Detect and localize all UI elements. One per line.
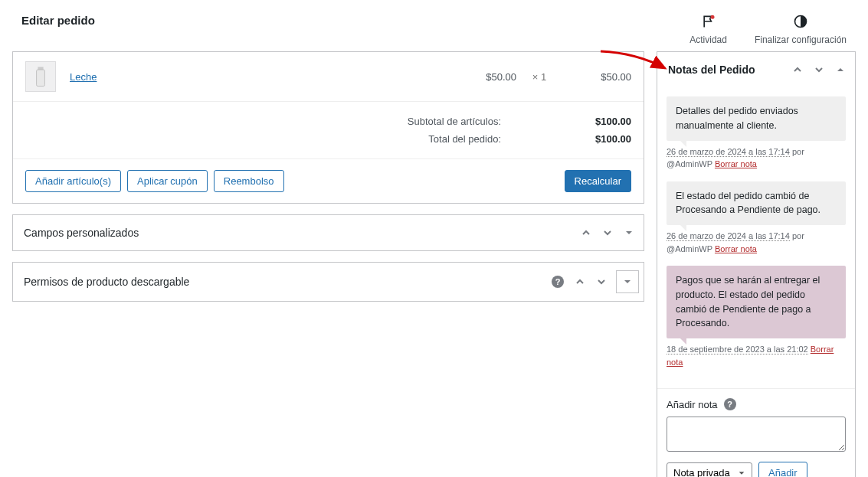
subtotal-label: Subtotal de artículos: bbox=[408, 116, 501, 127]
note-timestamp: 26 de marzo de 2024 a las 17:14 bbox=[667, 147, 790, 157]
order-note: Pagos que se harán al entregar el produc… bbox=[667, 266, 846, 338]
add-note-textarea[interactable] bbox=[667, 417, 846, 452]
help-icon[interactable]: ? bbox=[552, 276, 564, 288]
order-note-meta: 26 de marzo de 2024 a las 17:14 por @Adm… bbox=[667, 230, 846, 255]
order-total-label: Total del pedido: bbox=[428, 133, 501, 145]
finish-config-button[interactable]: Finalizar configuración bbox=[755, 14, 847, 45]
note-type-select[interactable]: Nota privada bbox=[667, 462, 752, 477]
refund-button[interactable]: Reembolso bbox=[214, 170, 284, 192]
order-note: Detalles del pedido enviados manualmente… bbox=[667, 96, 846, 141]
delete-note-link[interactable]: Borrar nota bbox=[715, 159, 757, 168]
order-total-value: $100.00 bbox=[547, 133, 631, 145]
add-items-button[interactable]: Añadir artículo(s) bbox=[25, 170, 121, 192]
apply-coupon-button[interactable]: Aplicar cupón bbox=[127, 170, 208, 192]
help-icon[interactable]: ? bbox=[724, 398, 736, 410]
svg-rect-3 bbox=[37, 70, 45, 87]
order-note-meta: 26 de marzo de 2024 a las 17:14 por @Adm… bbox=[667, 145, 846, 171]
line-item: Leche $50.00 × 1 $50.00 bbox=[13, 52, 644, 101]
order-note-meta: 18 de septiembre de 2023 a las 21:02 Bor… bbox=[667, 343, 846, 368]
panel-move-up-icon[interactable] bbox=[788, 60, 807, 80]
recalculate-button[interactable]: Recalcular bbox=[565, 170, 631, 192]
panel-move-down-icon[interactable] bbox=[809, 60, 829, 80]
activity-label: Actividad bbox=[689, 34, 727, 45]
order-note: El estado del pedido cambió de Procesand… bbox=[667, 181, 846, 226]
product-thumb[interactable] bbox=[25, 61, 56, 92]
panel-move-up-icon[interactable] bbox=[570, 272, 590, 292]
panel-move-down-icon[interactable] bbox=[598, 223, 617, 243]
svg-rect-2 bbox=[38, 67, 43, 70]
note-timestamp: 26 de marzo de 2024 a las 17:14 bbox=[667, 231, 790, 241]
order-notes-panel: Notas del Pedido Detalles del pedido env… bbox=[657, 51, 856, 477]
product-name-link[interactable]: Leche bbox=[70, 71, 97, 83]
panel-toggle-icon[interactable] bbox=[619, 223, 639, 243]
add-note-label: Añadir nota bbox=[667, 399, 718, 410]
line-total: $50.00 bbox=[562, 71, 631, 83]
contrast-circle-icon bbox=[793, 14, 808, 31]
panel-toggle-icon[interactable] bbox=[616, 270, 639, 293]
panel-toggle-icon[interactable] bbox=[830, 60, 850, 80]
finish-config-label: Finalizar configuración bbox=[755, 34, 847, 45]
custom-fields-panel: Campos personalizados bbox=[12, 214, 644, 251]
subtotal-value: $100.00 bbox=[547, 116, 631, 127]
panel-move-down-icon[interactable] bbox=[591, 272, 611, 292]
line-qty: × 1 bbox=[516, 71, 562, 83]
bottle-icon bbox=[34, 65, 47, 88]
delete-note-link[interactable]: Borrar nota bbox=[715, 244, 757, 253]
order-items-panel: Leche $50.00 × 1 $50.00 Subtotal de artí… bbox=[12, 51, 644, 204]
activity-button[interactable]: Actividad bbox=[689, 14, 727, 45]
downloadable-perms-panel: Permisos de producto descargable ? bbox=[12, 262, 644, 302]
add-note-button[interactable]: Añadir bbox=[758, 462, 807, 477]
custom-fields-title: Campos personalizados bbox=[24, 227, 576, 239]
page-title: Editar pedido bbox=[21, 14, 95, 27]
panel-move-up-icon[interactable] bbox=[576, 223, 596, 243]
svg-point-0 bbox=[710, 15, 714, 19]
order-notes-title: Notas del Pedido bbox=[668, 64, 788, 76]
line-cost: $50.00 bbox=[447, 71, 516, 83]
downloadable-perms-title: Permisos de producto descargable bbox=[24, 276, 552, 288]
flag-icon bbox=[701, 14, 716, 31]
note-timestamp: 18 de septiembre de 2023 a las 21:02 bbox=[667, 345, 808, 354]
